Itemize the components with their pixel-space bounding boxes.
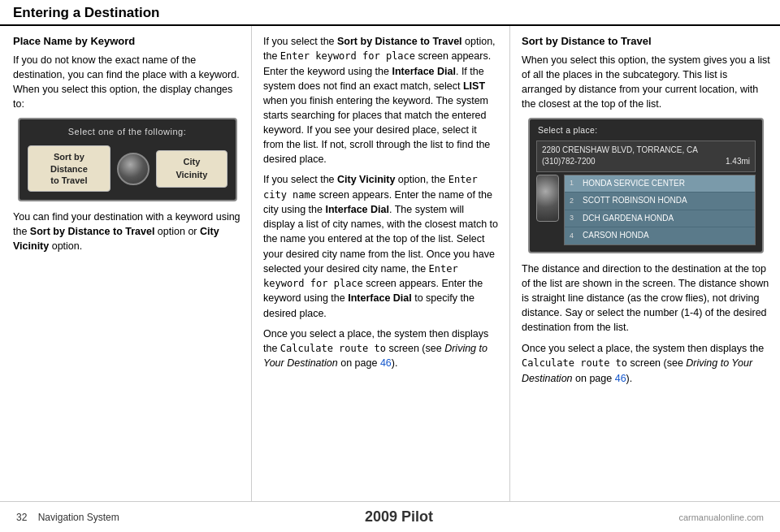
footer-center: 2009 Pilot <box>365 508 433 526</box>
page-title: Entering a Destination <box>13 5 767 21</box>
list-item-3-label: DCH GARDENA HONDA <box>583 213 674 225</box>
right-para3: Once you select a place, the system then… <box>522 341 770 386</box>
right-para2: The distance and direction to the destin… <box>522 262 770 335</box>
right-para1: When you select this option, the system … <box>522 53 770 112</box>
footer-page-num: 32 <box>16 512 27 523</box>
right-column: Sort by Distance to Travel When you sele… <box>510 26 780 508</box>
mid-para2: If you select the City Vicinity option, … <box>263 172 498 320</box>
list-item-2[interactable]: 2 SCOTT ROBINSON HONDA <box>565 192 755 210</box>
list-item-4-label: CARSON HONDA <box>583 230 649 242</box>
city-vicinity-button[interactable]: City Vicinity <box>156 150 227 188</box>
footer-right: carmanualonline.com <box>678 513 764 522</box>
screen-title: Select one of the following: <box>28 126 228 139</box>
mid-page-link[interactable]: 46 <box>380 357 392 369</box>
left-para2: You can find your destination with a key… <box>13 210 241 253</box>
list-item-1[interactable]: 1 HONDA SERVICE CENTER <box>565 175 755 193</box>
mid-column: If you select the Sort by Distance to Tr… <box>252 26 510 508</box>
left-screen-mockup: Select one of the following: Sort by Dis… <box>18 118 237 201</box>
right-page-link[interactable]: 46 <box>615 373 626 384</box>
mid-para1: If you select the Sort by Distance to Tr… <box>263 34 498 167</box>
sort-by-distance-button[interactable]: Sort by Distanceto Travel <box>28 145 111 192</box>
list-item-3[interactable]: 3 DCH GARDENA HONDA <box>565 210 755 228</box>
top-result-address: 2280 CRENSHAW BLVD, TORRANCE, CA <box>542 145 750 157</box>
screen-buttons: Sort by Distanceto Travel City Vicinity <box>28 145 228 192</box>
interface-dial-icon <box>117 153 150 185</box>
top-result-dist: 1.43mi <box>726 156 750 168</box>
screen-list-container: 1 HONDA SERVICE CENTER 2 SCOTT ROBINSON … <box>536 175 756 245</box>
interface-dial-right-icon <box>536 175 559 222</box>
top-result-phone-row: (310)782-7200 1.43mi <box>542 156 750 168</box>
screen-place-list: 1 HONDA SERVICE CENTER 2 SCOTT ROBINSON … <box>564 175 756 245</box>
screen-place-title: Select a place: <box>536 124 756 136</box>
footer-nav-label: Navigation System <box>38 512 119 523</box>
right-screen-mockup: Select a place: 2280 CRENSHAW BLVD, TORR… <box>528 118 764 253</box>
page-header: Entering a Destination <box>0 0 780 26</box>
left-column: Place Name by Keyword If you do not know… <box>0 26 252 508</box>
screen-top-result: 2280 CRENSHAW BLVD, TORRANCE, CA (310)78… <box>536 141 756 172</box>
list-item-2-label: SCOTT ROBINSON HONDA <box>583 195 687 207</box>
left-para1: If you do not know the exact name of the… <box>13 53 241 112</box>
list-item-4[interactable]: 4 CARSON HONDA <box>565 227 755 244</box>
left-section-title: Place Name by Keyword <box>13 34 241 50</box>
page-footer: 32 Navigation System 2009 Pilot carmanua… <box>0 501 780 532</box>
list-item-1-label: HONDA SERVICE CENTER <box>583 178 685 190</box>
mid-para3: Once you select a place, the system then… <box>263 327 498 371</box>
right-section-title: Sort by Distance to Travel <box>522 34 770 50</box>
footer-left: 32 Navigation System <box>16 512 119 523</box>
top-result-phone: (310)782-7200 <box>542 156 596 168</box>
